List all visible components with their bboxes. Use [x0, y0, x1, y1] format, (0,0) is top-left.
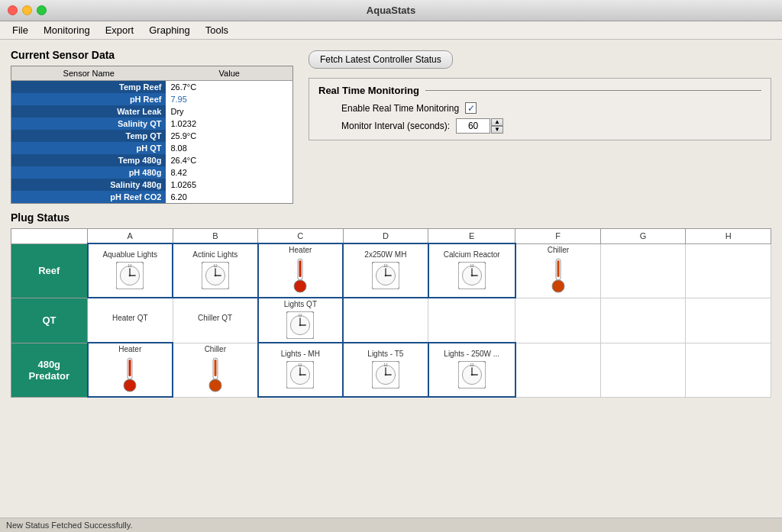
- interval-input[interactable]: [456, 118, 490, 134]
- sensor-label: Temp QT: [11, 130, 166, 142]
- plug-cell[interactable]: Calcium Reactor 12: [428, 243, 515, 298]
- plug-cell-icon: [519, 256, 598, 295]
- sensor-label: pH QT: [11, 142, 166, 154]
- svg-text:12: 12: [299, 363, 303, 367]
- interval-label: Monitor Interval (seconds):: [341, 121, 450, 131]
- minimize-button[interactable]: [22, 5, 32, 15]
- svg-point-50: [299, 374, 302, 376]
- table-row: pH Reef CO26.20: [11, 191, 293, 204]
- svg-text:12: 12: [383, 363, 388, 367]
- plug-row-label: 480g Predator: [11, 343, 88, 397]
- sensor-value: Dry: [166, 105, 292, 118]
- sensor-table: Sensor Name Value Temp Reef26.7°CpH Reef…: [11, 66, 293, 204]
- plug-cell-icon: 12: [431, 260, 512, 291]
- plug-cell: Heater QT: [88, 298, 173, 343]
- interval-down-button[interactable]: ▼: [491, 126, 503, 134]
- plug-cell: [686, 343, 771, 397]
- menu-file[interactable]: File: [6, 23, 34, 37]
- plug-cell-icon: [176, 324, 255, 327]
- status-message: New Status Fetched Successfully.: [6, 521, 132, 530]
- sensor-value: 26.4°C: [166, 154, 292, 166]
- sensor-label: Temp 480g: [11, 154, 166, 166]
- plug-col-header: E: [428, 229, 515, 244]
- table-row: Salinity 480g1.0265: [11, 179, 293, 191]
- plug-row-label: Reef: [11, 243, 88, 298]
- plug-cell-icon: 12: [346, 260, 425, 291]
- enable-monitoring-checkbox[interactable]: ✓: [465, 102, 477, 114]
- plug-cell: Chiller QT: [173, 298, 258, 343]
- table-row: pH QT8.08: [11, 142, 293, 154]
- realtime-panel: Real Time Monitoring Enable Real Time Mo…: [309, 78, 771, 140]
- sensor-label: pH Reef: [11, 93, 166, 105]
- plug-cell[interactable]: Actinic Lights 12: [173, 243, 258, 298]
- menu-export[interactable]: Export: [99, 23, 141, 37]
- title-bar: AquaStats: [0, 0, 782, 21]
- plug-cell: [686, 298, 771, 343]
- sensor-section-title: Current Sensor Data: [11, 49, 293, 61]
- plug-cell-icon: [90, 324, 170, 327]
- plug-cell-label: Chiller: [176, 345, 255, 353]
- plug-section: Plug Status ABCDEFGH ReefAquablue Lights…: [11, 211, 771, 523]
- plug-col-header: [11, 229, 88, 244]
- sensor-value: 25.9°C: [166, 130, 292, 142]
- sensor-value: 6.20: [166, 191, 292, 204]
- plug-cell: [515, 298, 601, 343]
- plug-row: ReefAquablue Lights 12 Actinic Lights 12…: [11, 243, 771, 298]
- plug-cell[interactable]: Lights QT 12: [258, 298, 344, 343]
- sensor-label: pH Reef CO2: [11, 191, 166, 204]
- sensor-panel: Current Sensor Data Sensor Name Value Te…: [11, 49, 293, 204]
- plug-cell-label: Calcium Reactor: [431, 250, 512, 259]
- svg-point-10: [214, 275, 216, 277]
- right-panel: Fetch Latest Controller Status Real Time…: [309, 49, 771, 204]
- plug-cell-label: Lights QT: [261, 300, 341, 308]
- main-content: Current Sensor Data Sensor Name Value Te…: [0, 40, 782, 532]
- sensor-label: pH 480g: [11, 166, 166, 179]
- window-title: AquaStats: [367, 5, 415, 16]
- sensor-value: 8.08: [166, 142, 292, 154]
- sensor-value: 1.0232: [166, 118, 292, 130]
- realtime-enable-row: Enable Real Time Monitoring ✓: [318, 102, 761, 114]
- plug-cell[interactable]: Lights - MH 12: [258, 343, 344, 397]
- plug-cell[interactable]: Heater: [258, 243, 344, 298]
- plug-cell: [600, 243, 686, 298]
- svg-point-62: [470, 374, 473, 376]
- menu-monitoring[interactable]: Monitoring: [37, 23, 96, 37]
- menu-graphing[interactable]: Graphing: [143, 23, 196, 37]
- plug-cell[interactable]: Lights - 250W ... 12: [428, 343, 515, 397]
- svg-rect-13: [299, 260, 302, 277]
- svg-text:12: 12: [299, 314, 303, 318]
- plug-col-header: F: [515, 229, 601, 244]
- plug-row: QTHeater QTChiller QTLights QT 12: [11, 298, 771, 343]
- interval-spinner: ▲ ▼: [491, 118, 503, 134]
- svg-point-26: [470, 275, 473, 277]
- plug-cell: [600, 298, 686, 343]
- plug-cell-icon: [91, 355, 170, 395]
- maximize-button[interactable]: [37, 5, 47, 15]
- svg-rect-43: [214, 360, 216, 376]
- svg-rect-29: [557, 260, 559, 277]
- table-row: Temp Reef26.7°C: [11, 81, 293, 94]
- window-controls: [8, 5, 47, 15]
- plug-cell-icon: 12: [346, 360, 425, 390]
- plug-cell[interactable]: 2x250W MH 12: [343, 243, 428, 298]
- menu-bar: File Monitoring Export Graphing Tools: [0, 21, 782, 40]
- sensor-label: Salinity QT: [11, 118, 166, 130]
- svg-rect-39: [129, 360, 131, 376]
- svg-point-15: [296, 282, 304, 290]
- menu-tools[interactable]: Tools: [199, 23, 234, 37]
- plug-cell[interactable]: Aquablue Lights 12: [88, 243, 173, 298]
- plug-cell: [686, 243, 771, 298]
- enable-monitoring-label: Enable Real Time Monitoring: [341, 103, 459, 114]
- svg-text:12: 12: [470, 363, 474, 367]
- plug-cell[interactable]: Lights - T5 12: [343, 343, 428, 397]
- interval-up-button[interactable]: ▲: [491, 118, 503, 126]
- svg-point-20: [385, 275, 387, 277]
- svg-text:12: 12: [213, 264, 218, 268]
- plug-cell[interactable]: Heater: [88, 343, 173, 397]
- close-button[interactable]: [8, 5, 18, 15]
- fetch-button[interactable]: Fetch Latest Controller Status: [309, 50, 453, 69]
- table-row: pH 480g8.42: [11, 166, 293, 179]
- plug-cell-label: Actinic Lights: [176, 250, 255, 259]
- sensor-value: 8.42: [166, 166, 292, 179]
- svg-point-45: [212, 382, 219, 389]
